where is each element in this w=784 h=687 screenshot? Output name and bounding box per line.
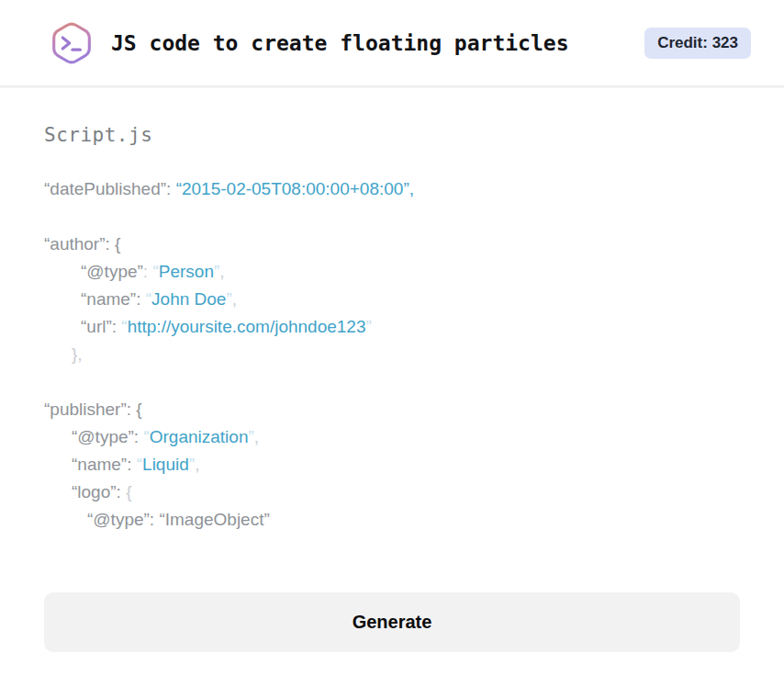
code-line: “@type”: “ImageObject”	[44, 506, 740, 534]
code-token: “name”:	[81, 289, 146, 309]
code-token: “@type”:	[72, 427, 143, 446]
generate-button[interactable]: Generate	[44, 592, 740, 652]
code-token: },	[72, 344, 83, 364]
code-token: “logo”:	[72, 482, 126, 501]
code-token: Organization	[150, 427, 249, 446]
code-token: ,	[232, 289, 237, 309]
code-token: {	[126, 482, 131, 501]
code-token: “@type”	[81, 262, 143, 281]
code-line: “author”: {	[44, 231, 740, 258]
code-token: “2015-02-05T08:00:00+08:00”,	[176, 179, 414, 198]
code-line: },	[44, 341, 740, 368]
credit-badge: Credit: 323	[644, 28, 751, 59]
code-line: “@type”: “Organization”,	[44, 423, 740, 451]
code-token: ,	[195, 455, 199, 474]
code-token: Liquid	[142, 455, 189, 474]
code-token: ,	[219, 262, 224, 281]
code-token: “author”: {	[44, 234, 120, 253]
code-token: “datePublished”:	[44, 179, 176, 198]
code-line: “logo”: {	[44, 479, 740, 506]
code-token: “url”:	[81, 317, 121, 336]
code-line: “datePublished”: “2015-02-05T08:00:00+08…	[44, 175, 740, 203]
code-token: ,	[254, 427, 259, 446]
code-token: “publisher”: {	[44, 400, 142, 419]
code-line: “name”: “John Doe”,	[44, 286, 740, 313]
code-token: “name”:	[72, 455, 137, 474]
terminal-hexagon-logo-icon	[48, 19, 95, 67]
page-title: JS code to create floating particles	[111, 31, 569, 55]
main-content: Script.js “datePublished”: “2015-02-05T0…	[0, 124, 784, 652]
code-token: Person	[159, 262, 214, 281]
code-line: “publisher”: {	[44, 396, 740, 423]
code-token: :	[143, 262, 153, 281]
code-token: “@type”: “ImageObject”	[87, 510, 270, 529]
code-line: “url”: “http://yoursite.com/johndoe123”	[44, 313, 740, 341]
code-token: ”	[366, 317, 372, 336]
code-token: http://yoursite.com/johndoe123	[128, 317, 366, 336]
code-block: “datePublished”: “2015-02-05T08:00:00+08…	[44, 175, 740, 534]
app-header: JS code to create floating particles Cre…	[0, 0, 784, 87]
code-token: John Doe	[151, 289, 226, 309]
script-filename-heading: Script.js	[44, 124, 740, 146]
code-line: “name”: “Liquid”,	[44, 451, 740, 479]
code-line: “@type”: “Person”,	[44, 258, 740, 286]
